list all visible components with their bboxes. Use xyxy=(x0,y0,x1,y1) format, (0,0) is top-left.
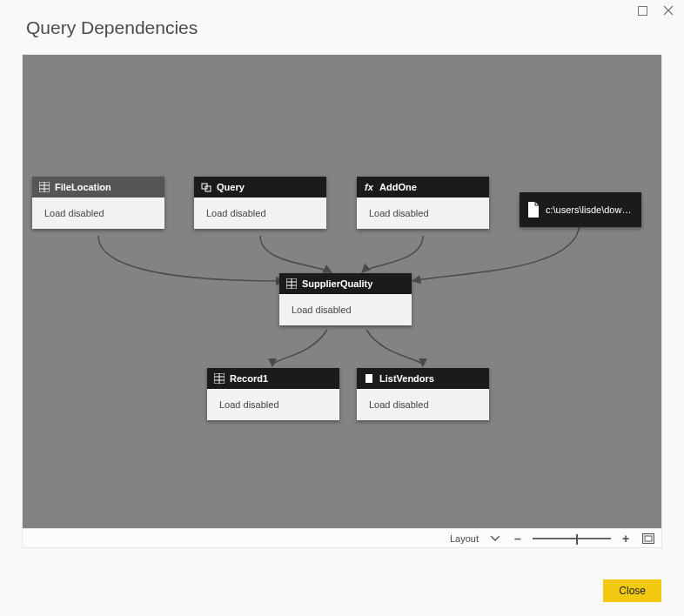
table-icon xyxy=(286,278,297,289)
zoom-in-button[interactable]: + xyxy=(618,531,634,546)
node-listvendors[interactable]: ListVendors Load disabled xyxy=(357,368,489,420)
dependency-canvas[interactable]: FileLocation Load disabled Query Load di… xyxy=(23,55,661,530)
node-supplierquality[interactable]: SupplierQuality Load disabled xyxy=(279,273,412,325)
table-icon xyxy=(214,373,225,384)
table-icon xyxy=(39,182,50,192)
node-record1[interactable]: Record1 Load disabled xyxy=(207,368,339,420)
node-title: Record1 xyxy=(230,373,268,384)
zoom-slider-thumb[interactable] xyxy=(576,534,578,545)
node-title: AddOne xyxy=(379,182,417,192)
node-status: Load disabled xyxy=(207,389,339,420)
dialog-window: Query Dependencies xyxy=(0,0,684,616)
function-icon: fx xyxy=(364,182,374,192)
node-title: SupplierQuality xyxy=(302,278,372,289)
layout-dropdown-icon[interactable] xyxy=(487,531,503,546)
status-bar: Layout – + xyxy=(23,528,661,547)
node-source-file[interactable]: c:\users\lisde\downloads... xyxy=(520,192,641,227)
node-title: FileLocation xyxy=(55,182,111,192)
query-icon xyxy=(201,182,211,192)
canvas-container: FileLocation Load disabled Query Load di… xyxy=(22,54,662,548)
zoom-slider[interactable] xyxy=(533,538,611,539)
node-status: Load disabled xyxy=(279,294,412,325)
node-filelocation[interactable]: FileLocation Load disabled xyxy=(32,177,164,229)
node-title: c:\users\lisde\downloads... xyxy=(546,204,634,215)
svg-rect-18 xyxy=(643,533,654,543)
close-icon[interactable] xyxy=(663,5,674,16)
layout-label: Layout xyxy=(450,533,479,544)
node-query[interactable]: Query Load disabled xyxy=(194,177,326,229)
node-status: Load disabled xyxy=(357,389,489,420)
node-status: Load disabled xyxy=(194,198,326,229)
svg-rect-0 xyxy=(639,6,647,15)
node-title: ListVendors xyxy=(379,373,434,384)
svg-rect-19 xyxy=(645,536,652,541)
dialog-title: Query Dependencies xyxy=(26,17,198,38)
svg-rect-17 xyxy=(365,374,372,383)
node-addone[interactable]: fx AddOne Load disabled xyxy=(357,177,489,229)
list-icon xyxy=(364,373,374,384)
node-status: Load disabled xyxy=(357,198,489,229)
node-status: Load disabled xyxy=(32,198,164,229)
node-title: Query xyxy=(217,182,245,192)
close-button[interactable]: Close xyxy=(603,579,661,602)
maximize-icon[interactable] xyxy=(638,6,647,16)
fit-to-screen-icon[interactable] xyxy=(640,531,656,546)
file-icon xyxy=(526,201,540,218)
zoom-out-button[interactable]: – xyxy=(510,531,526,546)
